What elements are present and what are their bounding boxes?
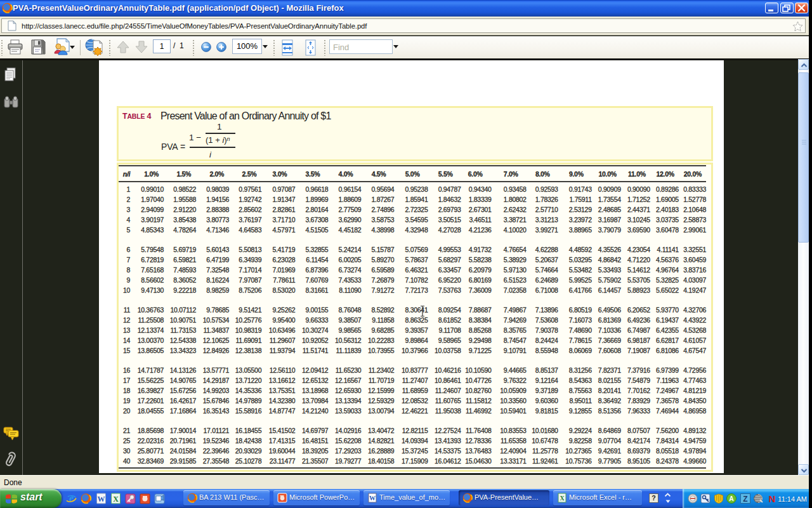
svg-text:Z: Z (743, 495, 747, 504)
svg-text:X: X (113, 495, 119, 504)
svg-text:N: N (769, 493, 776, 504)
svg-text:W: W (369, 495, 376, 502)
svg-text:?: ? (652, 494, 655, 502)
svg-text:X: X (560, 495, 565, 502)
svg-text:W: W (98, 495, 105, 504)
svg-text:A: A (729, 495, 734, 502)
